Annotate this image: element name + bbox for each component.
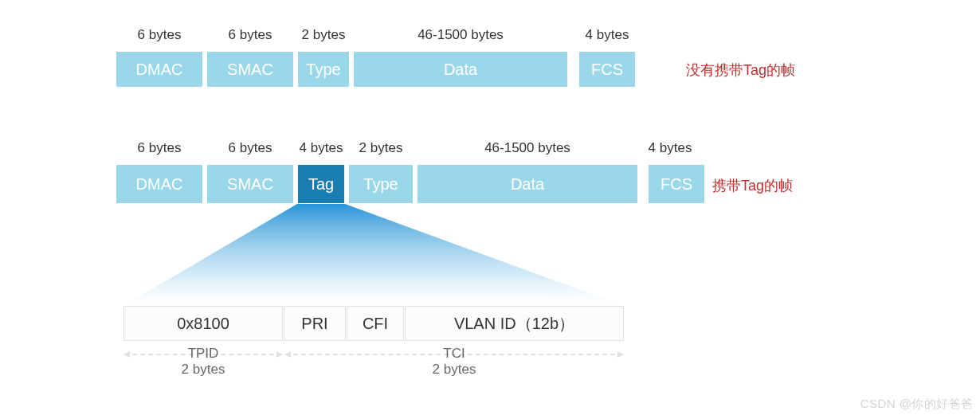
f2-size-type: 2 bytes: [348, 140, 414, 156]
tpid-label: TPID 2 bytes: [124, 346, 282, 378]
f2-field-data: Data: [417, 164, 638, 204]
f1-field-data: Data: [353, 51, 568, 88]
f1-field-dmac: DMAC: [116, 51, 203, 88]
f1-field-type: Type: [297, 51, 350, 88]
f2-field-fcs: FCS: [648, 164, 705, 204]
tci-label: TCI 2 bytes: [285, 346, 623, 378]
watermark: CSDN @你的好爸爸: [860, 397, 974, 412]
tci-size: 2 bytes: [285, 362, 623, 378]
f2-size-smac: 6 bytes: [206, 140, 294, 156]
f1-size-smac: 6 bytes: [206, 27, 294, 43]
tpid-size: 2 bytes: [124, 362, 282, 378]
f2-size-fcs: 4 bytes: [641, 140, 699, 156]
f2-size-dmac: 6 bytes: [116, 140, 203, 156]
f1-field-fcs: FCS: [578, 51, 636, 88]
f2-caption: 携带Tag的帧: [712, 176, 793, 195]
tag-detail-vlanid: VLAN ID（12b）: [405, 306, 624, 341]
f2-field-dmac: DMAC: [116, 164, 203, 204]
tag-detail-cfi: CFI: [347, 306, 404, 341]
tpid-name: TPID: [124, 346, 282, 362]
f2-field-tag: Tag: [297, 164, 345, 204]
tci-name: TCI: [285, 346, 623, 362]
f2-field-type: Type: [348, 164, 414, 204]
f2-field-smac: SMAC: [206, 164, 294, 204]
f1-size-data: 46-1500 bytes: [353, 27, 568, 43]
f1-size-type: 2 bytes: [296, 27, 351, 43]
f1-size-fcs: 4 bytes: [578, 27, 636, 43]
tag-detail-pri: PRI: [284, 306, 346, 341]
f2-size-data: 46-1500 bytes: [417, 140, 638, 156]
f1-field-smac: SMAC: [206, 51, 294, 88]
f2-size-tag: 4 bytes: [297, 140, 345, 156]
f1-size-dmac: 6 bytes: [116, 27, 203, 43]
f1-caption: 没有携带Tag的帧: [686, 61, 795, 80]
tag-detail-tpid: 0x8100: [123, 306, 283, 341]
svg-marker-0: [123, 204, 624, 306]
